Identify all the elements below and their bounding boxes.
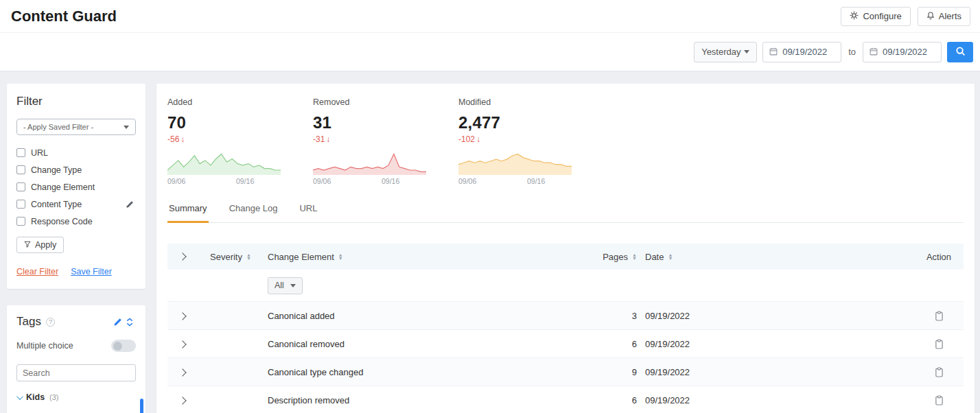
checkbox-label: Content Type bbox=[31, 200, 82, 209]
checkbox[interactable] bbox=[16, 182, 25, 191]
change-element-cell: Description removed bbox=[268, 395, 585, 405]
tab-change-log[interactable]: Change Log bbox=[228, 203, 279, 223]
apply-filter-button[interactable]: Apply bbox=[16, 237, 64, 253]
page-title: Content Guard bbox=[11, 8, 117, 25]
clipboard-icon[interactable] bbox=[933, 366, 945, 378]
sparkline-axis-labels: 09/06 09/16 bbox=[458, 177, 572, 187]
main-panel: Added 70 -56 ↓ 09/06 09/16 Removed 31 bbox=[156, 84, 975, 413]
pages-cell: 3 bbox=[585, 311, 640, 321]
end-date-field[interactable] bbox=[863, 42, 942, 62]
sort-icon[interactable]: ▲▼ bbox=[668, 253, 673, 261]
table-row[interactable]: Canonical added 3 09/19/2022 bbox=[167, 301, 964, 329]
column-label: Action bbox=[926, 252, 951, 262]
table-row[interactable]: Canonical type changed 9 09/19/2022 bbox=[167, 357, 964, 386]
start-date-field[interactable] bbox=[762, 42, 841, 62]
table-row[interactable]: Canonical removed 6 09/19/2022 bbox=[167, 329, 964, 357]
tag-item-kids[interactable]: Kids (3) bbox=[16, 392, 136, 402]
date-preset-select[interactable]: Yesterday bbox=[694, 42, 757, 62]
change-element-header: Change Element ▲▼ bbox=[268, 252, 585, 262]
checkbox-label: URL bbox=[31, 148, 48, 158]
multiple-choice-label: Multiple choice bbox=[16, 341, 73, 351]
multiple-choice-toggle[interactable] bbox=[111, 340, 136, 352]
checkbox[interactable] bbox=[16, 200, 25, 209]
sort-icon[interactable]: ▲▼ bbox=[338, 253, 343, 261]
table-row[interactable]: Description removed 6 09/19/2022 bbox=[167, 386, 964, 413]
stat-removed: Removed 31 -31 ↓ 09/06 09/16 bbox=[313, 97, 458, 187]
change-element-cell: Canonical removed bbox=[268, 339, 585, 349]
modified-sparkline bbox=[458, 150, 572, 175]
stat-label: Modified bbox=[458, 97, 604, 107]
scrollbar-thumb[interactable] bbox=[140, 399, 143, 413]
checkbox[interactable] bbox=[16, 165, 25, 174]
date-cell: 09/19/2022 bbox=[640, 367, 914, 377]
chevron-down-icon bbox=[16, 393, 23, 400]
collapse-icon[interactable] bbox=[124, 316, 136, 328]
sort-icon[interactable]: ▲▼ bbox=[246, 253, 251, 261]
stats-row: Added 70 -56 ↓ 09/06 09/16 Removed 31 bbox=[167, 97, 964, 187]
tags-header: Tags ? bbox=[16, 315, 136, 329]
column-label: Pages bbox=[603, 252, 628, 262]
sidebar: Filter - Apply Saved Filter - URL Change… bbox=[7, 84, 145, 413]
stat-added: Added 70 -56 ↓ 09/06 09/16 bbox=[167, 97, 313, 187]
filter-checkbox-response-code[interactable]: Response Code bbox=[16, 213, 136, 230]
change-element-cell: Canonical type changed bbox=[268, 367, 585, 377]
date-cell: 09/19/2022 bbox=[640, 339, 914, 349]
save-filter-link[interactable]: Save Filter bbox=[71, 267, 112, 276]
pages-cell: 9 bbox=[585, 367, 640, 377]
checkbox[interactable] bbox=[16, 148, 25, 157]
clipboard-icon[interactable] bbox=[933, 394, 945, 406]
table-filter-row: All bbox=[167, 270, 964, 301]
tab-summary[interactable]: Summary bbox=[167, 203, 209, 223]
tab-bar: Summary Change Log URL bbox=[167, 203, 964, 223]
end-date-input[interactable] bbox=[883, 47, 935, 57]
stat-label: Added bbox=[167, 97, 313, 107]
multiple-choice-row: Multiple choice bbox=[16, 340, 136, 352]
column-label: Date bbox=[645, 252, 664, 262]
saved-filter-select[interactable]: - Apply Saved Filter - bbox=[16, 119, 136, 135]
chevron-right-icon[interactable] bbox=[178, 340, 186, 348]
table-header-row: Severity ▲▼ Change Element ▲▼ Pages ▲▼ D… bbox=[167, 244, 964, 270]
delta-value: -102 bbox=[458, 134, 475, 144]
date-bar: Yesterday to bbox=[0, 33, 980, 71]
chevron-right-icon[interactable] bbox=[178, 312, 186, 320]
chevron-right-icon[interactable] bbox=[178, 368, 186, 376]
stat-label: Removed bbox=[313, 97, 458, 107]
axis-label-start: 09/06 bbox=[167, 177, 185, 185]
search-icon bbox=[955, 46, 966, 58]
date-preset-value: Yesterday bbox=[701, 47, 740, 57]
filter-checkbox-change-type[interactable]: Change Type bbox=[16, 161, 136, 178]
help-icon[interactable]: ? bbox=[46, 318, 55, 327]
start-date-input[interactable] bbox=[782, 47, 835, 57]
stat-delta: -102 ↓ bbox=[458, 134, 604, 144]
chevron-right-icon[interactable] bbox=[178, 397, 186, 404]
filter-checkbox-change-element[interactable]: Change Element bbox=[16, 178, 136, 196]
down-arrow-icon: ↓ bbox=[180, 134, 185, 144]
tab-url[interactable]: URL bbox=[298, 203, 318, 223]
alerts-button[interactable]: Alerts bbox=[918, 7, 970, 26]
sort-icon[interactable]: ▲▼ bbox=[632, 253, 637, 261]
stat-value: 2,477 bbox=[458, 113, 604, 132]
clipboard-icon[interactable] bbox=[933, 338, 945, 350]
summary-table: Severity ▲▼ Change Element ▲▼ Pages ▲▼ D… bbox=[167, 244, 964, 413]
clipboard-icon[interactable] bbox=[933, 309, 945, 322]
pencil-icon[interactable] bbox=[111, 316, 124, 328]
severity-header: Severity ▲▼ bbox=[210, 252, 268, 262]
configure-label: Configure bbox=[863, 11, 901, 21]
action-header: Action bbox=[914, 252, 964, 262]
clear-filter-link[interactable]: Clear Filter bbox=[16, 267, 58, 276]
down-arrow-icon: ↓ bbox=[476, 134, 480, 144]
apply-label: Apply bbox=[35, 240, 56, 250]
search-button[interactable] bbox=[947, 42, 973, 62]
chevron-down-icon bbox=[744, 50, 749, 54]
filter-checkbox-content-type[interactable]: Content Type bbox=[16, 196, 136, 213]
chevron-down-icon bbox=[124, 126, 129, 129]
configure-button[interactable]: Configure bbox=[841, 7, 910, 26]
filter-checkbox-url[interactable]: URL bbox=[16, 144, 136, 161]
pencil-icon[interactable] bbox=[124, 198, 136, 211]
tags-search-input[interactable] bbox=[16, 364, 136, 381]
filter-links: Clear Filter Save Filter bbox=[16, 267, 136, 276]
change-element-filter-select[interactable]: All bbox=[268, 277, 303, 294]
added-sparkline bbox=[167, 150, 281, 175]
chevron-right-icon[interactable] bbox=[178, 252, 186, 260]
checkbox[interactable] bbox=[16, 217, 25, 226]
